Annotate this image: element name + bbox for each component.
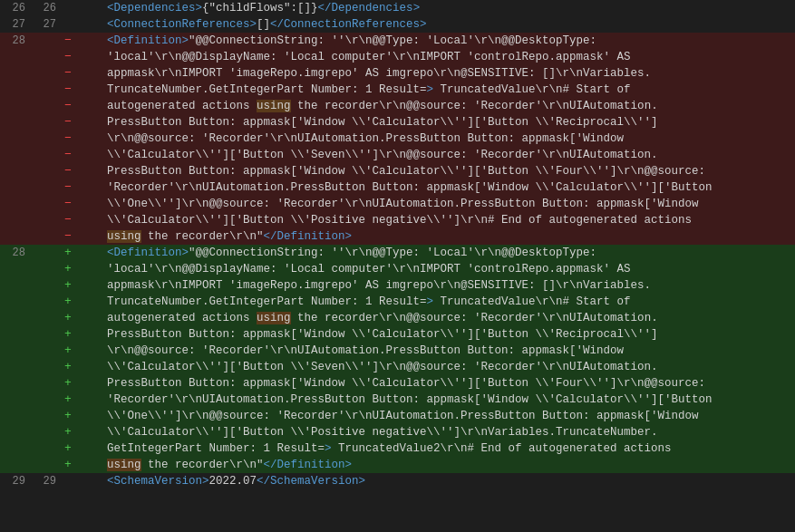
line-num-right: [31, 82, 62, 98]
line-num-left: [0, 212, 31, 228]
line-num-right: [31, 196, 62, 212]
code-text: \\'Calculator\\'']['Button \\'Positive n…: [74, 212, 795, 228]
line-num-right: [31, 179, 62, 196]
diff-indicator: −: [62, 49, 74, 65]
diff-indicator: +: [62, 245, 74, 261]
code-text: using the recorder\r\n"</Definition>: [74, 457, 795, 473]
line-row: + appmask\r\nIMPORT 'imageRepo.imgrepo' …: [0, 277, 795, 294]
line-num-right: [31, 424, 62, 440]
diff-indicator: +: [62, 359, 74, 375]
line-row: − 'local'\r\n@@DisplayName: 'Local compu…: [0, 49, 795, 65]
line-row: + 'Recorder'\r\nUIAutomation.PressButton…: [0, 392, 795, 408]
line-num-left: [0, 424, 31, 440]
line-row: − PressButton Button: appmask['Window \\…: [0, 163, 795, 179]
code-text: 'local'\r\n@@DisplayName: 'Local compute…: [74, 261, 795, 277]
line-num-right: [31, 392, 62, 408]
line-row: − autogenerated actions using the record…: [0, 98, 795, 114]
code-text: using the recorder\r\n"</Definition>: [74, 228, 795, 245]
code-text: \\'Calculator\\'']['Button \\'Seven\\'']…: [74, 359, 795, 375]
diff-indicator: [62, 0, 74, 16]
code-text: <Definition>"@@ConnectionString: ''\r\n@…: [74, 245, 795, 261]
line-num-right: [31, 375, 62, 392]
line-num-right: [31, 408, 62, 424]
diff-indicator: +: [62, 277, 74, 294]
code-view[interactable]: 2626 <Dependencies>{"childFlows":[]}</De…: [0, 0, 795, 532]
line-num-right: [31, 359, 62, 375]
line-row: − \\'One\\'']\r\n@@source: 'Recorder'\r\…: [0, 196, 795, 212]
line-num-right: [31, 33, 62, 49]
line-num-left: [0, 326, 31, 343]
line-num-right: [31, 310, 62, 326]
line-row: 2929 <SchemaVersion>2022.07</SchemaVersi…: [0, 473, 795, 489]
line-num-left: [0, 163, 31, 179]
line-num-left: [0, 277, 31, 294]
code-text: \r\n@@source: 'Recorder'\r\nUIAutomation…: [74, 343, 795, 359]
line-num-left: [0, 114, 31, 131]
line-row: − 'Recorder'\r\nUIAutomation.PressButton…: [0, 179, 795, 196]
line-row: + TruncateNumber.GetIntegerPart Number: …: [0, 294, 795, 310]
line-row: + using the recorder\r\n"</Definition>: [0, 457, 795, 473]
line-num-right: [31, 277, 62, 294]
diff-indicator: −: [62, 212, 74, 228]
line-num-right: [31, 49, 62, 65]
line-num-left: [0, 179, 31, 196]
line-num-left: [0, 375, 31, 392]
code-text: \\'Calculator\\'']['Button \\'Seven\\'']…: [74, 147, 795, 163]
line-num-left: [0, 310, 31, 326]
line-num-left: [0, 49, 31, 65]
diff-indicator: −: [62, 82, 74, 98]
line-num-right: [31, 457, 62, 473]
line-row: − \\'Calculator\\'']['Button \\'Positive…: [0, 212, 795, 228]
code-text: <Definition>"@@ConnectionString: ''\r\n@…: [74, 33, 795, 49]
line-num-left: [0, 457, 31, 473]
diff-indicator: +: [62, 294, 74, 310]
diff-indicator: [62, 473, 74, 489]
line-num-right: [31, 245, 62, 261]
diff-indicator: +: [62, 424, 74, 440]
line-row: − \\'Calculator\\'']['Button \\'Seven\\'…: [0, 147, 795, 163]
line-row: 28− <Definition>"@@ConnectionString: ''\…: [0, 33, 795, 49]
code-text: <Dependencies>{"childFlows":[]}</Depende…: [74, 0, 795, 16]
line-num-left: [0, 440, 31, 457]
diff-indicator: −: [62, 179, 74, 196]
line-num-right: [31, 294, 62, 310]
line-num-left: [0, 359, 31, 375]
code-text: autogenerated actions using the recorder…: [74, 310, 795, 326]
line-num-right: [31, 261, 62, 277]
line-num-left: [0, 147, 31, 163]
code-text: autogenerated actions using the recorder…: [74, 98, 795, 114]
line-num-left: 28: [0, 33, 31, 49]
diff-indicator: +: [62, 326, 74, 343]
line-num-left: 27: [0, 16, 31, 33]
diff-indicator: −: [62, 131, 74, 147]
line-row: + \\'Calculator\\'']['Button \\'Seven\\'…: [0, 359, 795, 375]
code-text: PressButton Button: appmask['Window \\'C…: [74, 375, 795, 392]
diff-indicator: +: [62, 392, 74, 408]
line-num-right: 26: [31, 0, 62, 16]
line-num-right: [31, 163, 62, 179]
line-num-right: [31, 114, 62, 131]
line-row: + \r\n@@source: 'Recorder'\r\nUIAutomati…: [0, 343, 795, 359]
line-num-left: 26: [0, 0, 31, 16]
code-text: PressButton Button: appmask['Window \\'C…: [74, 163, 795, 179]
line-num-left: 28: [0, 245, 31, 261]
diff-indicator: +: [62, 375, 74, 392]
diff-indicator: −: [62, 196, 74, 212]
editor-container: 2626 <Dependencies>{"childFlows":[]}</De…: [0, 0, 795, 532]
line-row: + 'local'\r\n@@DisplayName: 'Local compu…: [0, 261, 795, 277]
line-row: − appmask\r\nIMPORT 'imageRepo.imgrepo' …: [0, 65, 795, 82]
code-text: PressButton Button: appmask['Window \\'C…: [74, 326, 795, 343]
line-num-left: [0, 294, 31, 310]
line-num-right: [31, 228, 62, 245]
line-num-left: [0, 98, 31, 114]
line-num-right: [31, 65, 62, 82]
code-text: TruncateNumber.GetIntegerPart Number: 1 …: [74, 294, 795, 310]
diff-indicator: +: [62, 310, 74, 326]
code-text: <SchemaVersion>2022.07</SchemaVersion>: [74, 473, 795, 489]
diff-indicator: −: [62, 228, 74, 245]
line-row: − TruncateNumber.GetIntegerPart Number: …: [0, 82, 795, 98]
line-num-right: 27: [31, 16, 62, 33]
diff-indicator: −: [62, 114, 74, 131]
diff-indicator: −: [62, 65, 74, 82]
line-num-right: [31, 343, 62, 359]
